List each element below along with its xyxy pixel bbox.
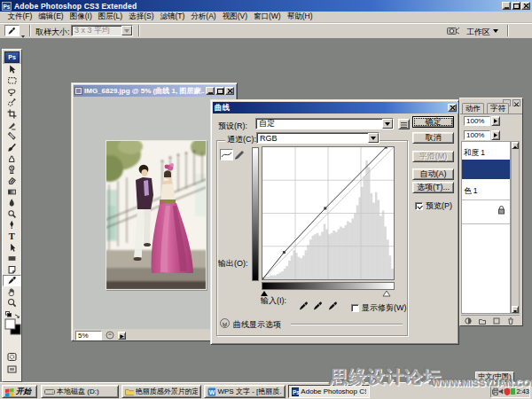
volume-icon[interactable] <box>498 387 505 395</box>
menu-item[interactable]: 选择(S) <box>126 12 157 22</box>
slice-tool[interactable] <box>3 120 21 131</box>
new-adjustment-icon[interactable] <box>465 317 472 325</box>
shape-tool[interactable] <box>3 253 21 264</box>
zoom-field[interactable]: 5% <box>75 331 102 340</box>
pen-tool[interactable] <box>3 220 21 231</box>
menu-item[interactable]: 视图(V) <box>219 12 250 22</box>
bridge-icon[interactable] <box>447 26 460 37</box>
ok-button[interactable]: 确定 <box>412 116 454 128</box>
smooth-button[interactable]: 平滑(M) <box>412 151 454 162</box>
quick-mask-button[interactable] <box>3 351 21 363</box>
zoom-tool[interactable] <box>3 297 21 309</box>
show-clipping-checkbox[interactable]: 显示修剪(W) <box>351 302 407 314</box>
fill-arrow[interactable] <box>491 130 500 140</box>
marquee-tool[interactable] <box>3 75 21 87</box>
maximize-button[interactable] <box>512 2 520 10</box>
blur-tool[interactable] <box>3 198 21 209</box>
opacity-field[interactable]: 100% <box>464 116 490 126</box>
menu-item[interactable]: 编辑(E) <box>35 12 66 22</box>
move-tool[interactable] <box>3 64 21 75</box>
hand-tool[interactable] <box>3 286 21 298</box>
preset-label: 预设(R): <box>218 121 247 132</box>
healing-brush-tool[interactable] <box>3 130 21 142</box>
language-bar[interactable]: 中文(中国) <box>475 372 514 381</box>
eraser-tool[interactable] <box>3 175 21 186</box>
history-brush-tool[interactable] <box>3 164 21 176</box>
brush-tool[interactable] <box>3 142 21 153</box>
new-group-icon[interactable] <box>479 317 486 325</box>
menu-item[interactable]: 窗口(W) <box>251 12 285 22</box>
options-button[interactable]: 选项(T)... <box>412 182 454 193</box>
color-swatches[interactable] <box>3 310 21 351</box>
cancel-button[interactable]: 取消 <box>412 132 454 144</box>
eyedropper-tool[interactable] <box>3 275 21 286</box>
tool-preset-picker[interactable] <box>4 25 20 36</box>
minimize-button[interactable] <box>502 2 511 10</box>
palette-close-button[interactable] <box>512 99 520 106</box>
tab-actions[interactable]: 动作 <box>462 103 484 113</box>
close-button[interactable] <box>521 2 530 10</box>
tool-preset-arrow[interactable] <box>20 32 26 41</box>
menu-item[interactable]: 图层(L) <box>95 12 125 22</box>
svg-text:W: W <box>209 388 215 395</box>
preset-options-button[interactable] <box>398 119 410 129</box>
curves-close-button[interactable] <box>448 104 457 112</box>
tab-character[interactable]: 字符 <box>487 103 509 113</box>
status-info-icon[interactable] <box>106 331 116 340</box>
screen-mode-button[interactable] <box>3 364 21 376</box>
path-selection-tool[interactable] <box>3 242 21 254</box>
menu-item[interactable]: 图像(I) <box>66 12 95 22</box>
quick-selection-tool[interactable] <box>3 98 21 109</box>
doc-restore-button[interactable] <box>215 87 224 95</box>
notes-tool[interactable] <box>3 264 21 276</box>
workspace-button[interactable]: 工作区 <box>466 27 498 38</box>
doc-close-button[interactable] <box>225 87 234 95</box>
auto-button[interactable]: 自动(A) <box>412 168 454 180</box>
preset-combo[interactable]: 自定 <box>255 118 394 129</box>
black-eyedropper[interactable] <box>298 301 310 313</box>
safety-icon[interactable] <box>504 387 510 395</box>
menu-item[interactable]: 帮助(H) <box>284 12 316 22</box>
menu-item[interactable]: 滤镜(T) <box>157 12 188 22</box>
preview-checkbox[interactable]: 预览(P) <box>415 200 452 212</box>
windows-logo-icon <box>5 387 14 396</box>
dodge-tool[interactable] <box>3 208 21 220</box>
edit-points-button[interactable] <box>220 149 233 160</box>
layer-row-curves[interactable] <box>462 160 510 179</box>
taskbar-task[interactable]: PsAdobe Photoshop CS3... <box>288 385 370 398</box>
palette-scrollbar[interactable] <box>511 141 520 314</box>
menu-item[interactable]: 文件(F) <box>4 12 35 22</box>
doc-minimize-button[interactable] <box>206 87 215 95</box>
start-button[interactable]: 开始 <box>2 385 37 398</box>
printer-icon[interactable] <box>492 387 498 395</box>
taskbar-task[interactable]: 艳丽质感外景片的定... <box>121 385 201 398</box>
opacity-arrow[interactable] <box>491 116 500 126</box>
new-layer-icon[interactable] <box>493 317 500 325</box>
clone-stamp-tool[interactable] <box>3 153 21 164</box>
menu-item[interactable]: 分析(A) <box>188 12 219 22</box>
layer-row-color[interactable]: 色 1 <box>464 186 478 197</box>
fill-field[interactable]: 100% <box>464 130 490 140</box>
status-arrow-button[interactable]: ▶ <box>118 332 126 340</box>
white-point-slider[interactable] <box>382 290 391 299</box>
type-tool[interactable]: T <box>3 231 21 242</box>
lasso-tool[interactable] <box>3 86 21 98</box>
tray-clock[interactable]: 2:43 <box>516 387 529 395</box>
taskbar-task[interactable]: 本地磁盘 (D:) <box>41 385 119 398</box>
gray-eyedropper[interactable] <box>312 301 325 313</box>
draw-curve-button[interactable] <box>234 149 247 160</box>
channel-combo[interactable]: RGB <box>256 132 379 144</box>
toolbox-header[interactable]: Ps <box>3 50 21 64</box>
green-tray-icon[interactable] <box>510 387 516 395</box>
channel-label: 通道(C): <box>225 134 258 145</box>
document-titlebar[interactable]: IMG_6829.jpg @ 5% (曲线 1, 图层蒙... <box>74 85 235 97</box>
taskbar-task[interactable]: WWPS 文字 - [艳丽质... <box>204 385 286 398</box>
curves-dialog-titlebar[interactable]: 曲线 <box>213 102 458 113</box>
delete-layer-icon[interactable] <box>507 317 514 325</box>
white-eyedropper[interactable] <box>327 301 340 313</box>
layer-row-hue[interactable]: 和度 1 <box>464 148 485 159</box>
curve-graph[interactable] <box>262 146 395 280</box>
display-options-expander[interactable] <box>220 318 230 328</box>
crop-tool[interactable] <box>3 108 21 120</box>
gradient-tool[interactable] <box>3 186 21 198</box>
